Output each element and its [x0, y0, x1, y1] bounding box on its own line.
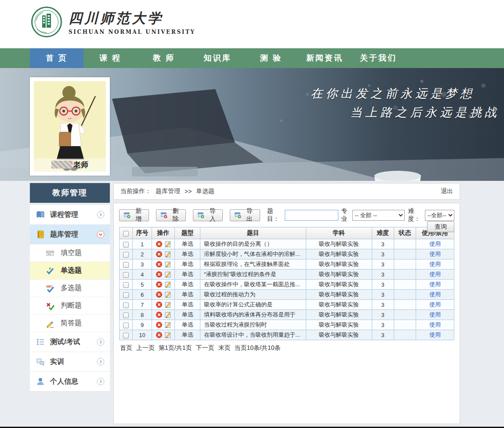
edit-row-icon[interactable]: [164, 271, 171, 278]
sidebar-subitem-short-answer[interactable]: 简答题: [30, 315, 110, 332]
delete-row-icon[interactable]: [156, 271, 163, 278]
sidebar-subitem-single-choice[interactable]: A 单选题: [30, 262, 110, 280]
table-row: 5: [120, 280, 454, 290]
delete-row-icon[interactable]: [156, 261, 163, 268]
use-link[interactable]: 使用: [429, 281, 441, 288]
delete-row-icon[interactable]: [156, 281, 163, 288]
delete-row-icon[interactable]: [156, 331, 163, 338]
row-type: 单选: [175, 259, 200, 270]
row-seq: 9: [133, 320, 152, 330]
pagination-last[interactable]: 末页: [218, 344, 230, 352]
use-link[interactable]: 使用: [429, 241, 441, 247]
add-button[interactable]: 新增: [119, 209, 149, 221]
sidebar-subitem-multi-choice[interactable]: ABC 多选题: [30, 280, 110, 297]
row-checkbox[interactable]: [123, 302, 129, 308]
sidebar-item-question-bank[interactable]: 题库管理: [30, 225, 110, 245]
nav-item[interactable]: 测 验: [244, 48, 298, 68]
edit-row-icon[interactable]: [164, 321, 171, 328]
nav-item[interactable]: 知识库: [191, 48, 244, 68]
import-button[interactable]: 导入: [193, 209, 223, 221]
row-checkbox[interactable]: [123, 262, 129, 268]
row-checkbox[interactable]: [123, 313, 129, 318]
import-button-label: 导入: [207, 207, 218, 223]
query-button[interactable]: 查询: [427, 221, 454, 232]
use-link[interactable]: 使用: [429, 301, 441, 308]
sidebar-item-test-exam[interactable]: 测试/考试: [30, 332, 110, 352]
row-difficulty: 3: [372, 239, 394, 249]
nav-item[interactable]: 关于我们: [352, 48, 405, 68]
row-title: 根据双膜理论，在气液接触界面处: [200, 259, 306, 270]
edit-row-icon[interactable]: [164, 251, 171, 258]
sidebar-item-practice[interactable]: 实训: [30, 352, 110, 372]
delete-row-icon[interactable]: [156, 301, 163, 308]
row-title: 吸收过程的推动力为: [200, 290, 306, 300]
row-checkbox[interactable]: [123, 252, 129, 258]
edit-row-icon[interactable]: [164, 291, 171, 298]
major-select[interactable]: -- 全部 --: [352, 210, 404, 221]
use-link[interactable]: 使用: [429, 251, 441, 257]
sidebar-subitem-judgment[interactable]: 判断题: [30, 297, 110, 315]
use-link[interactable]: 使用: [429, 271, 441, 277]
sidebar-item-course-management[interactable]: 课程管理: [30, 205, 110, 225]
teacher-avatar: 老师: [34, 81, 106, 172]
use-link[interactable]: 使用: [429, 321, 441, 328]
export-button-label: 导出: [244, 207, 255, 223]
site-header: 四川师范大学 SICHUAN NORMAL UNIVERSITY: [0, 0, 504, 48]
sidebar-item-personal-info[interactable]: 个人信息: [30, 372, 110, 392]
nav-item[interactable]: 课 程: [83, 48, 137, 68]
row-type: 单选: [175, 300, 200, 310]
select-all-checkbox[interactable]: [123, 231, 129, 237]
row-checkbox[interactable]: [123, 323, 129, 328]
university-name-cn: 四川师范大学: [69, 9, 196, 28]
row-status: [394, 300, 416, 310]
delete-row-icon[interactable]: [156, 241, 163, 248]
delete-button[interactable]: 删除: [156, 209, 186, 221]
pagination-next[interactable]: 下一页: [196, 344, 214, 352]
edit-row-icon[interactable]: [164, 261, 171, 268]
question-input[interactable]: [285, 210, 338, 221]
row-checkbox[interactable]: [123, 292, 129, 298]
chat-icon: [36, 357, 45, 366]
row-checkbox[interactable]: [123, 333, 129, 338]
nav-item[interactable]: 新闻资讯: [298, 48, 352, 68]
row-difficulty: 3: [372, 320, 394, 330]
row-difficulty: 3: [372, 280, 394, 290]
delete-row-icon[interactable]: [156, 291, 163, 298]
use-link[interactable]: 使用: [429, 331, 441, 338]
edit-row-icon[interactable]: [164, 301, 171, 308]
row-type: 单选: [175, 290, 200, 300]
use-link[interactable]: 使用: [429, 291, 441, 298]
row-checkbox[interactable]: [123, 272, 129, 278]
difficulty-select[interactable]: --全部--: [425, 210, 454, 221]
export-button[interactable]: 导出: [230, 209, 260, 221]
row-status: [394, 239, 416, 249]
delete-row-icon[interactable]: [156, 311, 163, 318]
table-row: 1: [120, 239, 454, 249]
use-link[interactable]: 使用: [429, 261, 441, 267]
row-checkbox[interactable]: [123, 282, 129, 288]
edit-row-icon[interactable]: [164, 281, 171, 288]
fill-blank-icon: [46, 249, 54, 258]
row-subject: 吸收与解吸实验: [306, 280, 372, 290]
question-filter-label: 题目：: [267, 207, 284, 223]
row-subject: 吸收与解吸实验: [306, 290, 372, 300]
nav-item[interactable]: 教 师: [137, 48, 191, 68]
row-seq: 8: [133, 310, 152, 320]
edit-row-icon[interactable]: [164, 331, 171, 338]
table-delete-icon: [161, 212, 167, 219]
row-subject: 吸收与解吸实验: [306, 249, 372, 259]
page: 四川师范大学 SICHUAN NORMAL UNIVERSITY 首 页课 程教…: [0, 0, 504, 428]
col-status: 状态: [394, 227, 416, 239]
use-link[interactable]: 使用: [429, 311, 441, 318]
delete-row-icon[interactable]: [156, 251, 163, 258]
logout-link[interactable]: 退出: [441, 187, 453, 195]
edit-row-icon[interactable]: [164, 311, 171, 318]
pagination-first[interactable]: 首页: [120, 344, 132, 352]
edit-row-icon[interactable]: [164, 241, 171, 248]
logo-text: 四川师范大学 SICHUAN NORMAL UNIVERSITY: [69, 9, 196, 35]
delete-row-icon[interactable]: [156, 321, 163, 328]
sidebar-subitem-fill-blank[interactable]: 填空题: [30, 245, 110, 262]
nav-item[interactable]: 首 页: [30, 48, 83, 68]
pagination-prev[interactable]: 上一页: [136, 344, 155, 352]
row-checkbox[interactable]: [123, 242, 129, 248]
